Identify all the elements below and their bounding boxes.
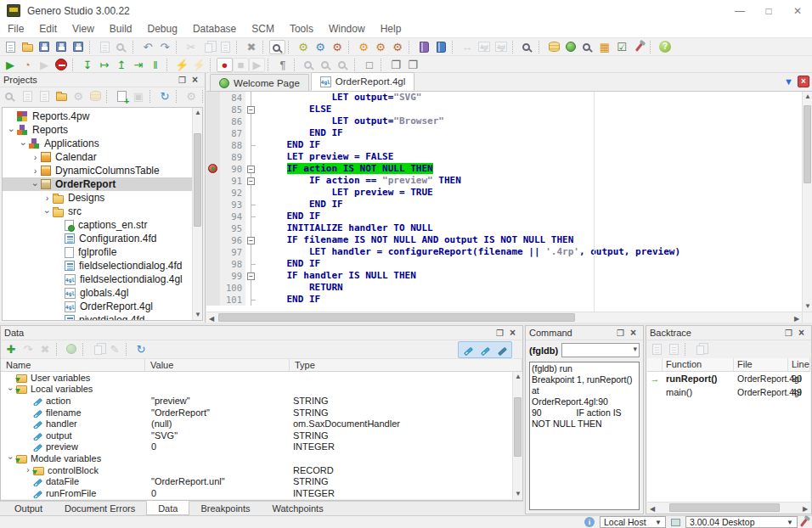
find-usages-icon[interactable] <box>579 39 596 54</box>
data-row-controlblock[interactable]: ›controlBlockRECORD <box>1 464 512 476</box>
command-combobox[interactable] <box>561 343 640 357</box>
editor-tab-welcome-page[interactable]: Welcome Page <box>210 74 309 91</box>
next-window-icon[interactable]: ❐ <box>404 57 421 72</box>
fold-margin[interactable]: − <box>245 234 257 246</box>
breakpoint-gutter[interactable] <box>206 115 220 127</box>
fold-margin[interactable] <box>245 282 257 294</box>
web-services-icon[interactable] <box>562 39 579 54</box>
open-file-icon[interactable] <box>19 39 36 54</box>
expander-icon[interactable]: › <box>42 206 53 217</box>
expander-icon[interactable]: › <box>30 179 41 190</box>
tree-item-captions-en-str[interactable]: captions_en.str <box>3 218 192 232</box>
tree-item-orderreport-4gl[interactable]: 4glOrderReport.4gl <box>3 300 192 313</box>
backtrace-close-button[interactable] <box>795 327 808 340</box>
fold-margin[interactable] <box>245 258 257 270</box>
code-area[interactable]: 84 LET output="SVG"85− ELSE86 LET output… <box>206 92 802 312</box>
tree-item-pivotdialog-4fd[interactable]: pivotdialog.4fd <box>3 313 192 321</box>
execute-icon[interactable]: ⚙ <box>355 39 372 54</box>
menu-window[interactable]: Window <box>321 22 373 36</box>
fold-margin[interactable]: − <box>245 104 257 115</box>
data-row-datafile[interactable]: dataFile"OrderReport.unl"STRING <box>1 475 512 487</box>
breakpoint-gutter[interactable] <box>206 104 220 115</box>
tree-item-fglprofile[interactable]: fglprofile <box>3 245 192 259</box>
format-decimal-toggle[interactable] <box>476 342 493 357</box>
tree-item-src[interactable]: ›src <box>3 205 192 218</box>
expander-icon[interactable]: › <box>30 152 41 163</box>
build-icon[interactable]: ⚙ <box>295 39 312 54</box>
task-list-icon[interactable]: ☑ <box>613 39 630 54</box>
projects-vertical-scrollbar[interactable]: ▲ ▼ <box>192 108 202 320</box>
fold-margin[interactable] <box>245 92 257 104</box>
editor-vertical-scrollbar[interactable]: ▲ ▼ <box>802 92 812 312</box>
impact-analysis-icon[interactable]: ⚡ <box>173 57 190 72</box>
editor-horizontal-scrollbar[interactable]: ◀ ▶ <box>206 312 802 323</box>
bottom-tab-breakpoints[interactable]: Breakpoints <box>189 502 261 515</box>
bottom-tab-watchpoints[interactable]: Watchpoints <box>262 502 335 515</box>
save-icon[interactable] <box>36 39 53 54</box>
scroll-thumb[interactable] <box>218 313 575 322</box>
breakpoint-gutter[interactable] <box>206 139 220 151</box>
import-project-icon[interactable] <box>432 39 449 54</box>
scroll-left-icon[interactable]: ◀ <box>647 504 657 514</box>
preview-report-icon[interactable] <box>269 40 285 54</box>
fold-margin[interactable] <box>245 151 257 163</box>
tree-item-dynamiccolumnstable[interactable]: ›DynamicColumnsTable <box>3 164 192 177</box>
breakpoint-gutter[interactable] <box>206 187 220 199</box>
rebuild-icon[interactable]: ⚙ <box>329 39 346 54</box>
scroll-right-icon[interactable]: ▶ <box>800 504 810 514</box>
execute-debug-icon[interactable]: ⚙ <box>372 39 389 54</box>
tree-item-globals-4gl[interactable]: 4glglobals.4gl <box>3 286 192 300</box>
data-vertical-scrollbar[interactable]: ▲ ▼ <box>512 372 522 499</box>
backtrace-row-main-[interactable]: main()OrderReport.4gl49 <box>647 385 810 399</box>
step-into-icon[interactable]: ↧ <box>79 57 96 72</box>
column-header-function[interactable]: Function <box>663 358 734 371</box>
preferences-wrench-icon[interactable] <box>630 39 647 54</box>
data-float-button[interactable] <box>493 327 506 340</box>
version-combobox[interactable]: 3.00.04 Desktop▼ <box>685 516 798 528</box>
display-icon[interactable] <box>671 519 680 526</box>
expander-icon[interactable]: › <box>42 193 53 204</box>
tree-item-calendar[interactable]: ›Calendar <box>3 150 192 164</box>
expander-icon[interactable]: › <box>6 125 17 136</box>
breakpoint-gutter[interactable] <box>206 282 220 294</box>
host-combobox[interactable]: Local Host▼ <box>600 516 666 528</box>
fold-margin[interactable] <box>245 139 257 151</box>
fold-box-icon[interactable]: − <box>247 237 255 244</box>
tree-item-reports-4pw[interactable]: Reports.4pw <box>3 110 192 123</box>
column-header-value[interactable]: Value <box>145 359 290 371</box>
breakpoint-gutter[interactable] <box>206 246 220 258</box>
breakpoint-gutter[interactable] <box>206 222 220 234</box>
show-whitespace-icon[interactable]: ¶ <box>274 57 291 72</box>
menu-scm[interactable]: SCM <box>244 22 282 36</box>
data-row-output[interactable]: output"SVG"STRING <box>1 430 512 441</box>
breakpoint-gutter[interactable] <box>206 258 220 270</box>
backtrace-float-button[interactable] <box>782 327 795 340</box>
data-row-filename[interactable]: filename"OrderReport"STRING <box>1 407 512 418</box>
column-header-line[interactable]: Line <box>788 358 810 371</box>
delete-icon[interactable]: ✖ <box>243 39 260 54</box>
breakpoint-gutter[interactable] <box>206 163 220 175</box>
menu-build[interactable]: Build <box>102 22 140 36</box>
column-header-type[interactable]: Type <box>290 359 522 371</box>
fold-margin[interactable]: − <box>245 175 257 187</box>
add-expression-icon[interactable]: ✚ <box>3 341 20 357</box>
bottom-tab-data[interactable]: Data <box>146 501 189 515</box>
configuration-wrench-icon[interactable] <box>800 518 808 527</box>
run-to-cursor-icon[interactable]: ⇥ <box>130 57 147 72</box>
fold-margin[interactable] <box>245 222 257 234</box>
projects-close-button[interactable] <box>189 74 201 87</box>
scroll-right-icon[interactable]: ▶ <box>792 314 802 324</box>
tree-item-reports[interactable]: ›Reports <box>3 123 192 137</box>
find-in-files-icon[interactable] <box>519 39 536 54</box>
fold-box-icon[interactable]: − <box>247 272 255 280</box>
maximize-button[interactable]: □ <box>754 0 783 22</box>
new-file-node-icon[interactable] <box>113 88 130 104</box>
command-output[interactable]: (fgldb) run Breakpoint 1, runReport() at… <box>529 362 640 510</box>
data-row-user-variables[interactable]: User variables <box>1 372 512 384</box>
pause-icon[interactable]: ‖ <box>147 57 164 72</box>
expander-icon[interactable]: › <box>30 166 41 177</box>
redo-icon[interactable]: ↷ <box>156 39 173 54</box>
fold-margin[interactable] <box>245 127 257 139</box>
breakpoint-gutter[interactable] <box>206 294 220 306</box>
breakpoint-gutter[interactable] <box>206 270 220 282</box>
